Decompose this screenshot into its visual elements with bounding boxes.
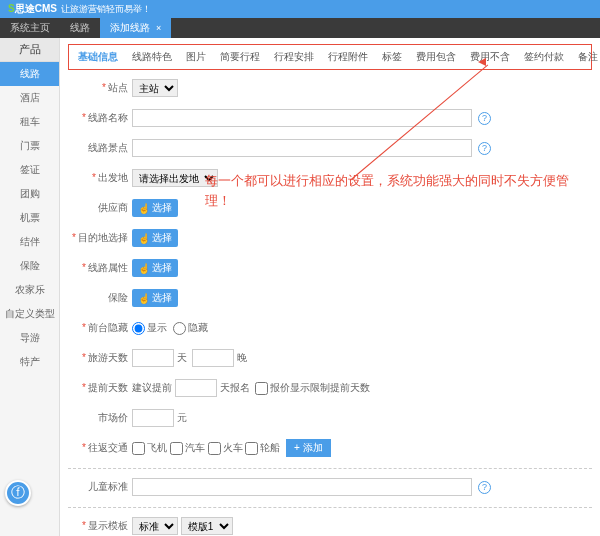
sub-tab[interactable]: 行程附件 [321, 47, 375, 67]
tab-home[interactable]: 系统主页 [0, 18, 60, 38]
label-price: 市场价 [68, 411, 128, 425]
sidebar-item-route[interactable]: 线路 [0, 62, 59, 86]
label-points: 线路景点 [68, 141, 128, 155]
float-help-button[interactable]: ⓕ [5, 480, 31, 506]
nights-input[interactable] [192, 349, 234, 367]
content: 基础信息 线路特色 图片 简要行程 行程安排 行程附件 标签 费用包含 费用不含… [60, 38, 600, 536]
sub-tab[interactable]: 简要行程 [213, 47, 267, 67]
help-icon[interactable]: ? [478, 142, 491, 155]
sidebar-item[interactable]: 农家乐 [0, 278, 59, 302]
tab-routes[interactable]: 线路 [60, 18, 100, 38]
annotation-text: 每一个都可以进行相应的设置，系统功能强大的同时不失方便管理！ [205, 171, 590, 210]
sub-tab[interactable]: 费用包含 [409, 47, 463, 67]
sidebar-item[interactable]: 机票 [0, 206, 59, 230]
label-insurance: 保险 [68, 291, 128, 305]
insurance-button[interactable]: ☝选择 [132, 289, 178, 307]
hand-icon: ☝ [138, 233, 150, 244]
hand-icon: ☝ [138, 293, 150, 304]
label-template: 显示模板 [68, 519, 128, 533]
divider [68, 507, 592, 508]
label-advance: 提前天数 [68, 381, 128, 395]
t-plane[interactable] [132, 442, 145, 455]
tpl-select[interactable]: 标准 [132, 517, 178, 535]
hand-icon: ☝ [138, 203, 150, 214]
vis-show[interactable] [132, 322, 145, 335]
slogan: 让旅游营销轻而易举！ [61, 3, 151, 16]
logo: S思途CMS [8, 2, 57, 16]
site-select[interactable]: 主站 [132, 79, 178, 97]
divider [68, 468, 592, 469]
sidebar-item[interactable]: 保险 [0, 254, 59, 278]
label-supplier: 供应商 [68, 201, 128, 215]
vis-hide[interactable] [173, 322, 186, 335]
sub-tab[interactable]: 备注 [571, 47, 600, 67]
hand-icon: ☝ [138, 263, 150, 274]
sidebar-item[interactable]: 签证 [0, 158, 59, 182]
sidebar-item[interactable]: 特产 [0, 350, 59, 374]
header: S思途CMS 让旅游营销轻而易举！ [0, 0, 600, 18]
sub-tab[interactable]: 标签 [375, 47, 409, 67]
advance-input[interactable] [175, 379, 217, 397]
sidebar-item[interactable]: 导游 [0, 326, 59, 350]
sidebar-item[interactable]: 团购 [0, 182, 59, 206]
tab-add-route[interactable]: 添加线路× [100, 18, 171, 38]
sidebar-head: 产品 [0, 38, 59, 62]
advance-cb[interactable] [255, 382, 268, 395]
dest-button[interactable]: ☝选择 [132, 229, 178, 247]
points-input[interactable] [132, 139, 472, 157]
label-name: 线路名称 [68, 111, 128, 125]
name-input[interactable] [132, 109, 472, 127]
sub-tab[interactable]: 行程安排 [267, 47, 321, 67]
label-vis: 前台隐藏 [68, 321, 128, 335]
sub-tab[interactable]: 线路特色 [125, 47, 179, 67]
days-input[interactable] [132, 349, 174, 367]
label-dest: 目的地选择 [68, 231, 128, 245]
sidebar-item[interactable]: 酒店 [0, 86, 59, 110]
sub-tab[interactable]: 基础信息 [71, 47, 125, 67]
close-icon[interactable]: × [156, 23, 161, 33]
sidebar-item[interactable]: 结伴 [0, 230, 59, 254]
t-bus[interactable] [170, 442, 183, 455]
sidebar-item[interactable]: 自定义类型 [0, 302, 59, 326]
label-transport: 往返交通 [68, 441, 128, 455]
tpl-select2[interactable]: 模版1 [181, 517, 233, 535]
price-input[interactable] [132, 409, 174, 427]
sub-tabs: 基础信息 线路特色 图片 简要行程 行程安排 行程附件 标签 费用包含 费用不含… [68, 44, 592, 70]
sidebar-item[interactable]: 租车 [0, 110, 59, 134]
add-transport-button[interactable]: + 添加 [286, 439, 331, 457]
label-depart: 出发地 [68, 171, 128, 185]
child-input[interactable] [132, 478, 472, 496]
supplier-button[interactable]: ☝选择 [132, 199, 178, 217]
t-train[interactable] [208, 442, 221, 455]
sub-tab[interactable]: 签约付款 [517, 47, 571, 67]
top-tabs: 系统主页 线路 添加线路× [0, 18, 600, 38]
sub-tab[interactable]: 费用不含 [463, 47, 517, 67]
arrow-head-icon [478, 58, 486, 66]
label-child: 儿童标准 [68, 480, 128, 494]
sidebar: 产品 线路 酒店 租车 门票 签证 团购 机票 结伴 保险 农家乐 自定义类型 … [0, 38, 60, 536]
sidebar-item[interactable]: 门票 [0, 134, 59, 158]
label-attr: 线路属性 [68, 261, 128, 275]
label-days: 旅游天数 [68, 351, 128, 365]
label-site: 站点 [68, 81, 128, 95]
help-icon[interactable]: ? [478, 481, 491, 494]
help-icon[interactable]: ? [478, 112, 491, 125]
attr-button[interactable]: ☝选择 [132, 259, 178, 277]
sub-tab[interactable]: 图片 [179, 47, 213, 67]
t-ship[interactable] [245, 442, 258, 455]
